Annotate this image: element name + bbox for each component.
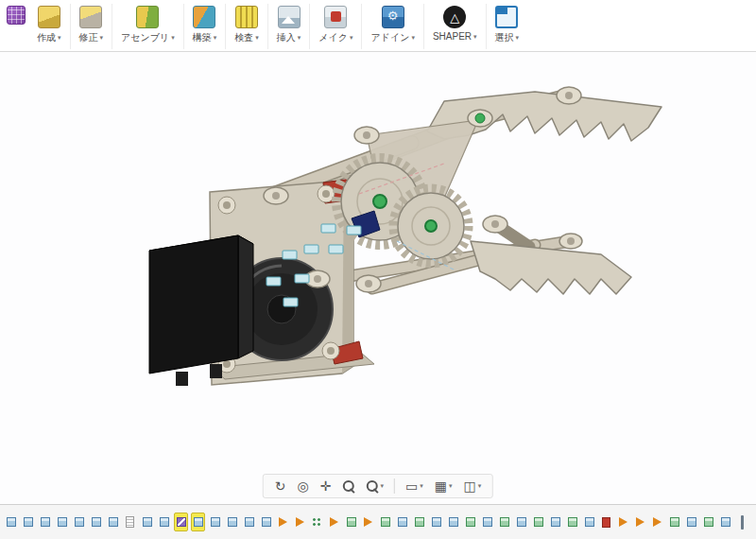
viewports-icon: ◫ — [463, 479, 475, 493]
fit-icon[interactable]: ▾ — [362, 478, 387, 495]
timeline-feature-cube[interactable] — [259, 513, 273, 531]
cube-feature-icon — [687, 517, 696, 527]
driven-gear[interactable] — [393, 188, 469, 264]
toolbar-group-挿入[interactable]: 挿入▾ — [268, 4, 311, 49]
pan-icon[interactable]: ✛ — [317, 478, 335, 495]
timeline-feature-joint[interactable] — [276, 513, 290, 531]
timeline-feature-cube[interactable] — [429, 513, 443, 531]
create-icon — [38, 6, 60, 28]
gcube-feature-icon — [415, 517, 424, 527]
timeline-feature-cube[interactable] — [395, 513, 409, 531]
chevron-down-icon: ▾ — [255, 34, 259, 42]
toolbar-group-検査[interactable]: 検査▾ — [226, 4, 268, 49]
timeline-feature-gcube[interactable] — [565, 513, 579, 531]
timeline-feature-joint[interactable] — [616, 513, 630, 531]
timeline-feature-cube[interactable] — [55, 513, 69, 531]
joint-feature-icon — [296, 517, 304, 527]
cube-feature-icon — [262, 517, 271, 527]
timeline-feature-cube[interactable] — [718, 513, 732, 531]
timeline-feature-cube[interactable] — [191, 513, 205, 531]
timeline-feature-cube[interactable] — [4, 513, 18, 531]
timeline-feature-red[interactable] — [599, 513, 613, 531]
design-history-timeline — [0, 504, 756, 539]
timeline-feature-gcube[interactable] — [344, 513, 358, 531]
look-at-icon[interactable]: ◎ — [294, 478, 313, 495]
shaper-icon: △ — [443, 6, 466, 28]
display-settings-icon: ▭ — [405, 479, 418, 493]
timeline-feature-joint[interactable] — [293, 513, 307, 531]
orbit-icon: ↻ — [275, 479, 286, 493]
timeline-feature-cube[interactable] — [208, 513, 222, 531]
modify-icon — [79, 6, 102, 28]
assemble-icon — [136, 6, 159, 28]
toolbar-group-SHAPER[interactable]: △SHAPER▾ — [424, 4, 487, 49]
sketch-grid-icon — [7, 6, 26, 25]
cube-feature-icon — [92, 517, 101, 527]
timeline-feature-gcube[interactable] — [531, 513, 545, 531]
timeline-feature-gcube[interactable] — [701, 513, 715, 531]
toolbar-group-メイク[interactable]: メイク▾ — [310, 4, 362, 49]
timeline-feature-dots[interactable] — [310, 513, 324, 531]
timeline-feature-gcube[interactable] — [667, 513, 681, 531]
orbit-icon[interactable]: ↻ — [271, 478, 290, 495]
timeline-feature-cube[interactable] — [157, 513, 171, 531]
timeline-feature-cube[interactable] — [480, 513, 494, 531]
toolbar-group-構築[interactable]: 構築▾ — [184, 4, 227, 49]
timeline-feature-cube[interactable] — [548, 513, 562, 531]
timeline-feature-gcube[interactable] — [378, 513, 392, 531]
timeline-feature-joint[interactable] — [327, 513, 341, 531]
cube-feature-icon — [194, 517, 203, 527]
timeline-feature-cube[interactable] — [140, 513, 154, 531]
timeline-feature-doc[interactable] — [123, 513, 137, 531]
chevron-down-icon: ▾ — [449, 479, 453, 493]
viewports-icon[interactable]: ◫▾ — [459, 478, 485, 495]
model-viewport[interactable]: ↻◎✛▾▭▾▦▾◫▾ — [0, 52, 756, 504]
timeline-feature-cube[interactable] — [38, 513, 52, 531]
timeline-feature-sketch[interactable] — [174, 513, 188, 531]
joint-feature-icon — [653, 517, 662, 527]
toolbar-group-label: 修正▾ — [79, 31, 104, 44]
toolbar-group-label: 検査▾ — [234, 31, 259, 44]
cube-feature-icon — [75, 517, 84, 527]
timeline-feature-marker[interactable] — [735, 513, 749, 531]
timeline-feature-cube[interactable] — [21, 513, 35, 531]
timeline-feature-cube[interactable] — [582, 513, 596, 531]
gcube-feature-icon — [534, 517, 543, 527]
toolbar-group-作成[interactable]: 作成▾ — [28, 4, 71, 49]
toolbar-group-アドイン[interactable]: アドイン▾ — [362, 4, 423, 49]
gripper-3d-model[interactable] — [0, 52, 756, 504]
toolbar-group-選択[interactable]: 選択▾ — [487, 4, 528, 49]
timeline-feature-joint[interactable] — [650, 513, 664, 531]
chevron-down-icon: ▾ — [516, 34, 520, 42]
timeline-feature-cube[interactable] — [225, 513, 239, 531]
timeline-feature-cube[interactable] — [72, 513, 86, 531]
timeline-feature-cube[interactable] — [242, 513, 256, 531]
cube-feature-icon — [228, 517, 237, 527]
fusion360-window: 作成▾修正▾アセンブリ▾構築▾検査▾挿入▾メイク▾アドイン▾△SHAPER▾選択… — [0, 0, 756, 539]
joint-feature-icon — [619, 517, 627, 527]
timeline-feature-cube[interactable] — [106, 513, 120, 531]
timeline-feature-gcube[interactable] — [412, 513, 426, 531]
sketch-grid-icon[interactable] — [4, 4, 28, 27]
cube-feature-icon — [160, 517, 169, 527]
toolbar-group-修正[interactable]: 修正▾ — [71, 4, 113, 49]
timeline-feature-cube[interactable] — [684, 513, 698, 531]
cube-feature-icon — [211, 517, 220, 527]
lower-claw-jaw[interactable] — [471, 241, 631, 294]
navbar-separator — [394, 478, 395, 494]
cube-feature-icon — [517, 517, 526, 527]
timeline-feature-cube[interactable] — [446, 513, 460, 531]
grid-settings-icon[interactable]: ▦▾ — [431, 478, 456, 495]
display-settings-icon[interactable]: ▭▾ — [402, 478, 427, 495]
toolbar-group-アセンブリ[interactable]: アセンブリ▾ — [112, 4, 184, 49]
timeline-feature-gcube[interactable] — [497, 513, 511, 531]
chevron-down-icon: ▾ — [350, 34, 353, 42]
timeline-feature-gcube[interactable] — [463, 513, 477, 531]
toolbar-group-label: 挿入▾ — [277, 31, 301, 44]
timeline-feature-joint[interactable] — [361, 513, 375, 531]
timeline-feature-cube[interactable] — [89, 513, 103, 531]
joint-feature-icon — [364, 517, 372, 527]
zoom-icon[interactable] — [338, 478, 358, 495]
timeline-feature-cube[interactable] — [514, 513, 528, 531]
timeline-feature-joint[interactable] — [633, 513, 647, 531]
